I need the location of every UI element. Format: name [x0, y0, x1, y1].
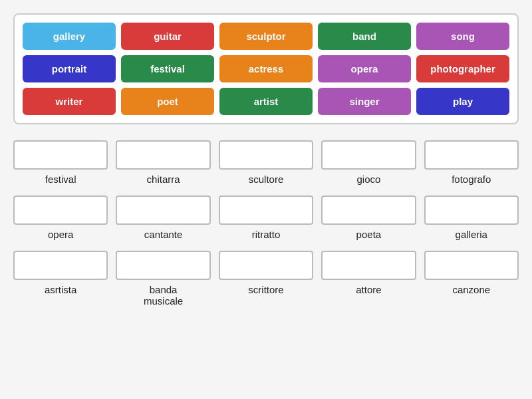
drop-box-m-scultore[interactable]	[219, 140, 313, 170]
match-item-m-chitarra: chitarra	[116, 140, 210, 185]
match-label-m-festival: festival	[45, 174, 76, 185]
match-label-m-poeta: poeta	[356, 229, 382, 240]
drop-box-m-fotografo[interactable]	[424, 140, 519, 170]
match-item-m-asrtista: asrtista	[13, 251, 108, 307]
word-tile-photographer[interactable]: photographer	[416, 55, 509, 82]
match-item-m-scultore: scultore	[219, 140, 313, 185]
match-row-2: asrtistabanda musicalescrittoreattorecan…	[13, 251, 519, 307]
drop-box-m-ritratto[interactable]	[219, 196, 313, 225]
word-tile-band[interactable]: band	[318, 23, 411, 50]
match-label-m-ritratto: ritratto	[252, 229, 281, 240]
word-tile-gallery[interactable]: gallery	[23, 23, 116, 50]
word-bank: galleryguitarsculptorbandsongportraitfes…	[13, 13, 519, 124]
match-item-m-festival: festival	[13, 140, 108, 185]
match-label-m-scrittore: scrittore	[248, 284, 283, 295]
match-row-1: operacantanteritrattopoetagalleria	[13, 196, 519, 240]
word-tile-actress[interactable]: actress	[219, 55, 313, 82]
match-item-m-ritratto: ritratto	[219, 196, 313, 240]
match-section: festivalchitarrascultoregiocofotografoop…	[13, 140, 519, 307]
match-item-m-cantante: cantante	[116, 196, 210, 240]
word-tile-play[interactable]: play	[416, 88, 509, 115]
drop-box-m-banda-musicale[interactable]	[116, 251, 210, 280]
drop-box-m-festival[interactable]	[13, 140, 108, 170]
match-label-m-asrtista: asrtista	[45, 284, 76, 295]
match-row-0: festivalchitarrascultoregiocofotografo	[13, 140, 519, 185]
word-tile-guitar[interactable]: guitar	[121, 23, 214, 50]
drop-box-m-scrittore[interactable]	[219, 251, 313, 280]
match-label-m-chitarra: chitarra	[147, 174, 180, 185]
match-item-m-galleria: galleria	[424, 196, 519, 240]
match-item-m-fotografo: fotografo	[424, 140, 519, 185]
match-item-m-poeta: poeta	[321, 196, 416, 240]
match-label-m-attore: attore	[356, 284, 381, 295]
match-item-m-attore: attore	[321, 251, 416, 307]
match-label-m-cantante: cantante	[144, 229, 183, 240]
word-tile-singer[interactable]: singer	[318, 88, 411, 115]
drop-box-m-galleria[interactable]	[424, 196, 519, 225]
match-item-m-scrittore: scrittore	[219, 251, 313, 307]
word-tile-sculptor[interactable]: sculptor	[219, 23, 313, 50]
match-label-m-galleria: galleria	[456, 229, 487, 240]
drop-box-m-canzone[interactable]	[424, 251, 519, 280]
word-tile-writer[interactable]: writer	[23, 88, 116, 115]
word-tile-festival[interactable]: festival	[121, 55, 214, 82]
drop-box-m-opera[interactable]	[13, 196, 108, 225]
word-tile-artist[interactable]: artist	[219, 88, 313, 115]
drop-box-m-cantante[interactable]	[116, 196, 210, 225]
drop-box-m-poeta[interactable]	[321, 196, 416, 225]
word-tile-portrait[interactable]: portrait	[23, 55, 116, 82]
match-label-m-scultore: scultore	[249, 174, 284, 185]
match-label-m-fotografo: fotografo	[452, 174, 491, 185]
drop-box-m-asrtista[interactable]	[13, 251, 108, 280]
drop-box-m-chitarra[interactable]	[116, 140, 210, 170]
word-tile-poet[interactable]: poet	[121, 88, 214, 115]
drop-box-m-attore[interactable]	[321, 251, 416, 280]
match-item-m-gioco: gioco	[321, 140, 416, 185]
drop-box-m-gioco[interactable]	[321, 140, 416, 170]
match-item-m-banda-musicale: banda musicale	[116, 251, 210, 307]
match-item-m-opera: opera	[13, 196, 108, 240]
match-label-m-gioco: gioco	[356, 174, 380, 185]
word-bank-grid: galleryguitarsculptorbandsongportraitfes…	[23, 23, 509, 115]
match-item-m-canzone: canzone	[424, 251, 519, 307]
word-tile-song[interactable]: song	[416, 23, 509, 50]
match-label-m-canzone: canzone	[452, 284, 490, 295]
match-label-m-banda-musicale: banda musicale	[144, 284, 183, 307]
match-label-m-opera: opera	[48, 229, 73, 240]
word-tile-opera[interactable]: opera	[318, 55, 411, 82]
